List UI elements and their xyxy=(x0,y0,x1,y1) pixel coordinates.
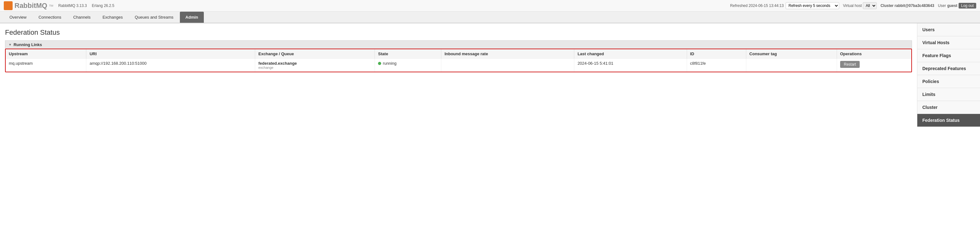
refreshed-label: Refreshed 2024-06-15 13:44:13 xyxy=(730,3,784,8)
sidebar-item-federation-status[interactable]: Federation Status xyxy=(917,114,980,127)
rabbitmq-logo-icon xyxy=(4,1,13,10)
nav-item-exchanges[interactable]: Exchanges xyxy=(97,12,128,23)
virtual-host-select[interactable]: All xyxy=(863,2,877,9)
collapse-icon: ▼ xyxy=(8,43,12,46)
col-exchange-queue: Exchange / Queue xyxy=(255,49,375,59)
col-upstream: Upstream xyxy=(6,49,86,59)
cell-last-changed: 2024-06-15 5:41:01 xyxy=(574,59,687,72)
nav-item-channels[interactable]: Channels xyxy=(67,12,96,23)
cluster-label: Cluster xyxy=(880,3,893,8)
rabbitmq-version: RabbitMQ 3.13.3 xyxy=(58,3,87,8)
virtual-host-area: Virtual host All xyxy=(843,2,877,9)
user-info: User guest Log out xyxy=(938,3,976,8)
top-bar: RabbitMQ TM RabbitMQ 3.13.3 Erlang 26.2.… xyxy=(0,0,980,12)
nav-item-overview[interactable]: Overview xyxy=(4,12,32,23)
cell-exchange-queue: federated.exchange exchange xyxy=(255,59,375,72)
sidebar: Users Virtual Hosts Feature Flags Deprec… xyxy=(917,23,980,127)
running-links-table: Upstream URI Exchange / Queue State Inbo… xyxy=(6,49,911,72)
sidebar-item-feature-flags[interactable]: Feature Flags xyxy=(917,49,980,62)
top-bar-right: Refreshed 2024-06-15 13:44:13 No refresh… xyxy=(730,2,976,9)
rabbitmq-logo-tm: TM xyxy=(49,4,53,7)
cell-consumer-tag xyxy=(746,59,837,72)
sidebar-item-cluster[interactable]: Cluster xyxy=(917,101,980,114)
col-inbound: Inbound message rate xyxy=(441,49,574,59)
top-bar-left: RabbitMQ TM RabbitMQ 3.13.3 Erlang 26.2.… xyxy=(4,1,115,10)
sidebar-item-policies[interactable]: Policies xyxy=(917,75,980,88)
exchange-name: federated.exchange xyxy=(258,61,371,66)
user-value: guest xyxy=(947,3,957,8)
cell-upstream: mq.upstream xyxy=(6,59,86,72)
col-state: State xyxy=(375,49,441,59)
content-wrapper: Federation Status ▼ Running Links Upstre… xyxy=(0,23,980,127)
erlang-version: Erlang 26.2.5 xyxy=(92,3,115,8)
nav-bar: Overview Connections Channels Exchanges … xyxy=(0,12,980,23)
col-last-changed: Last changed xyxy=(574,49,687,59)
col-id: ID xyxy=(687,49,746,59)
cell-operations: Restart xyxy=(837,59,911,72)
cluster-info: Cluster rabbit@07ba3c483643 xyxy=(880,3,934,8)
table-row: mq.upstream amqp://192.168.200.110:51000… xyxy=(6,59,911,72)
cluster-value: rabbit@07ba3c483643 xyxy=(895,3,934,8)
cell-state: running xyxy=(375,59,441,72)
sidebar-item-deprecated-features[interactable]: Deprecated Features xyxy=(917,62,980,75)
refresh-select[interactable]: No refreshRefresh every 5 secondsRefresh… xyxy=(786,2,839,9)
sidebar-item-virtual-hosts[interactable]: Virtual Hosts xyxy=(917,36,980,49)
main-content: Federation Status ▼ Running Links Upstre… xyxy=(0,23,917,127)
col-uri: URI xyxy=(86,49,255,59)
running-links-table-container: Upstream URI Exchange / Queue State Inbo… xyxy=(5,49,912,72)
exchange-type: exchange xyxy=(258,66,371,69)
logo-area: RabbitMQ TM xyxy=(4,1,53,10)
user-label: User xyxy=(938,3,946,8)
nav-item-queues[interactable]: Queues and Streams xyxy=(129,12,179,23)
logout-button[interactable]: Log out xyxy=(959,3,976,8)
running-links-header[interactable]: ▼ Running Links xyxy=(5,40,912,49)
cell-uri: amqp://192.168.200.110:51000 xyxy=(86,59,255,72)
virtual-host-label: Virtual host xyxy=(843,3,862,8)
running-links-label: Running Links xyxy=(14,42,42,47)
sidebar-item-users[interactable]: Users xyxy=(917,23,980,36)
refresh-area: Refreshed 2024-06-15 13:44:13 No refresh… xyxy=(730,2,839,9)
rabbitmq-logo-text: RabbitMQ xyxy=(14,2,47,10)
cell-inbound xyxy=(441,59,574,72)
nav-item-admin[interactable]: Admin xyxy=(180,12,204,23)
sidebar-item-limits[interactable]: Limits xyxy=(917,88,980,101)
restart-button[interactable]: Restart xyxy=(840,61,860,68)
state-running-container: running xyxy=(378,61,438,66)
table-header-row: Upstream URI Exchange / Queue State Inbo… xyxy=(6,49,911,59)
state-dot-green xyxy=(378,62,381,65)
nav-item-connections[interactable]: Connections xyxy=(33,12,67,23)
col-operations: Operations xyxy=(837,49,911,59)
page-title: Federation Status xyxy=(5,29,912,37)
col-consumer-tag: Consumer tag xyxy=(746,49,837,59)
state-text: running xyxy=(383,61,396,66)
cell-id: c8f811fe xyxy=(687,59,746,72)
